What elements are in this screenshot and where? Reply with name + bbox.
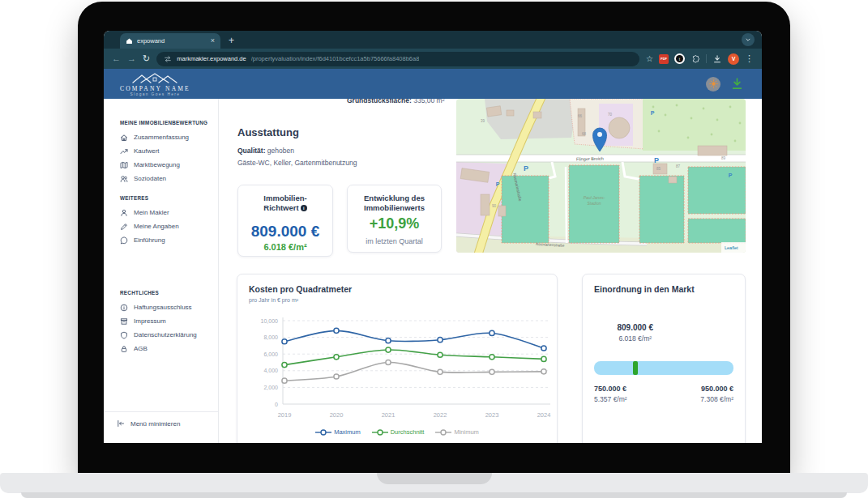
chart-card: Kosten pro Quadratmeter pro Jahr in € pr…	[237, 274, 558, 443]
sidebar-item-label: Meine Angaben	[134, 223, 179, 230]
sidebar-item-mein-makler[interactable]: Mein Makler	[120, 206, 218, 219]
shield-icon	[120, 331, 128, 339]
market-high-sqm: 7.308 €/m²	[700, 395, 733, 403]
new-tab-button[interactable]: +	[229, 34, 234, 47]
download-report-icon[interactable]	[730, 77, 744, 91]
property-area-value: 335,00 m²	[413, 99, 444, 104]
chart-legend: MaximumDurchschnittMinimum	[237, 428, 557, 436]
app-header: COMPANY NAME Slogan Goes Here	[104, 69, 762, 99]
tab-search-chevron[interactable]	[742, 33, 755, 46]
sidebar-item-datenschutz[interactable]: Datenschutzerklärung	[120, 328, 218, 342]
svg-text:87: 87	[676, 164, 681, 168]
sidebar-section-rechtliches: RECHTLICHES	[120, 290, 218, 296]
sidebar-item-label: Haftungsausschluss	[134, 304, 192, 311]
company-slogan: Slogan Goes Here	[130, 92, 181, 96]
sidebar-item-zusammenfassung[interactable]: Zusammenfassung	[120, 130, 218, 144]
profile-avatar[interactable]: V	[728, 53, 739, 65]
svg-text:2022: 2022	[434, 411, 447, 419]
quality-label: Qualität:	[237, 147, 265, 155]
legend-item-maximum[interactable]: Maximum	[315, 428, 361, 436]
svg-text:4,000: 4,000	[263, 368, 278, 373]
menu-dots-icon[interactable]: ⋮	[745, 54, 754, 63]
svg-text:2020: 2020	[330, 411, 344, 419]
favicon-home-icon	[126, 37, 133, 45]
collapse-left-icon	[117, 419, 125, 428]
browser-toolbar: ← → ↻ markmakler.expowand.de/propertyval…	[104, 49, 762, 69]
chart-title: Kosten pro Quadratmeter	[249, 284, 352, 294]
pen-icon	[120, 223, 128, 231]
minimize-menu-button[interactable]: Menü minimieren	[117, 419, 218, 428]
ausstattung-title: Ausstattung	[237, 126, 299, 138]
sidebar-item-marktbewegung[interactable]: Marktbewegung	[120, 158, 218, 172]
svg-text:70: 70	[608, 113, 613, 117]
richtwert-title-line1: Immobilien-	[263, 194, 306, 202]
sidebar-item-agb[interactable]: AGB	[120, 342, 218, 355]
legend-item-minimum[interactable]: Minimum	[435, 428, 478, 436]
richtwert-title: Immobilien- Richtwerti	[238, 194, 332, 213]
map-attribution[interactable]: Leaflet	[725, 245, 738, 250]
market-current-price: 809.000 €	[554, 323, 716, 332]
svg-text:Stadion: Stadion	[588, 201, 601, 206]
sidebar-item-label: Einführung	[134, 236, 165, 244]
sidebar-item-label: Datenschutzerklärung	[134, 331, 197, 338]
svg-text:8,000: 8,000	[263, 334, 278, 340]
legend-marker-icon	[372, 429, 388, 436]
sidebar-item-einfuehrung[interactable]: Einführung	[120, 233, 218, 247]
sidebar-item-haftungsausschluss[interactable]: Haftungsausschluss	[120, 300, 218, 314]
company-logo: COMPANY NAME Slogan Goes Here	[120, 72, 190, 96]
svg-text:P: P	[496, 181, 500, 187]
sidebar-item-label: Zusammenfassung	[134, 134, 189, 141]
svg-text:2024: 2024	[537, 411, 551, 419]
quality-line: Qualität: gehoben	[237, 147, 294, 155]
sidebar-item-kaufwert[interactable]: Kaufwert	[120, 144, 218, 158]
downloads-icon[interactable]	[712, 54, 722, 64]
sidebar-item-meine-angaben[interactable]: Meine Angaben	[120, 219, 218, 233]
app-body: MEINE IMMOBILIENBEWERTUNG Zusammenfassun…	[104, 99, 762, 443]
extensions-puzzle-icon[interactable]	[691, 54, 700, 64]
richtwert-per-sqm: 6.018 €/m²	[238, 242, 332, 252]
theme-toggle[interactable]	[706, 77, 720, 92]
forward-icon[interactable]: →	[127, 54, 136, 63]
back-icon[interactable]: ←	[112, 54, 121, 63]
sidebar-section-weiteres: WEITERES	[120, 195, 218, 201]
svg-text:68: 68	[582, 132, 587, 136]
info-icon	[120, 304, 128, 312]
toolbar-actions: ☆ PDF t V ⋮	[646, 53, 754, 65]
features-line: Gäste-WC, Keller, Gartenmitbenutzung	[237, 159, 357, 167]
browser-tab[interactable]: expowand ×	[120, 33, 220, 49]
quality-value: gehoben	[267, 147, 294, 155]
chart-subtitle: pro Jahr in € pro m²	[249, 297, 298, 303]
richtwert-card: Immobilien- Richtwerti 809.000 € 6.018 €…	[237, 185, 333, 257]
address-bar[interactable]: markmakler.expowand.de/propertyvaluation…	[156, 52, 639, 66]
tab-title: expowand	[137, 37, 207, 45]
svg-text:39: 39	[481, 119, 485, 123]
entwicklung-title-line2: Immobilienwerts	[364, 203, 425, 212]
sidebar-item-soziodaten[interactable]: Soziodaten	[120, 172, 218, 185]
laptop-mockup: expowand × + ← → ↻ markmakler.expowand.d…	[0, 0, 868, 498]
property-map[interactable]: Flinger Broich Rosmarinstraße Rosmariens…	[456, 99, 746, 253]
bookmark-star-icon[interactable]: ☆	[646, 55, 653, 63]
market-current-sqm: 6.018 €/m²	[554, 334, 716, 343]
user-icon	[120, 209, 128, 217]
svg-text:90: 90	[492, 204, 497, 208]
sidebar-item-label: Kaufwert	[134, 147, 160, 155]
svg-text:P: P	[729, 172, 733, 178]
market-range-bar	[594, 361, 733, 375]
pdf-extension-icon[interactable]: PDF	[659, 54, 669, 64]
sidebar-section-bewertung: MEINE IMMOBILIENBEWERTUNG	[120, 120, 218, 126]
sidebar-item-impressum[interactable]: Impressum	[120, 314, 218, 328]
svg-text:6,000: 6,000	[263, 351, 278, 357]
extension-badge-icon[interactable]: t	[674, 53, 685, 64]
tab-close-icon[interactable]: ×	[211, 37, 215, 45]
legend-marker-icon	[435, 429, 451, 436]
minimize-menu-label: Menü minimieren	[130, 420, 180, 428]
users-icon	[120, 175, 128, 183]
market-title: Einordnung in den Markt	[594, 284, 695, 294]
svg-text:85: 85	[656, 167, 661, 171]
legend-marker-icon	[315, 429, 331, 436]
site-info-icon	[164, 55, 172, 63]
reload-icon[interactable]: ↻	[143, 54, 150, 63]
svg-text:P: P	[651, 110, 655, 116]
legend-item-durchschnitt[interactable]: Durchschnitt	[372, 428, 425, 436]
info-icon[interactable]: i	[301, 205, 307, 211]
